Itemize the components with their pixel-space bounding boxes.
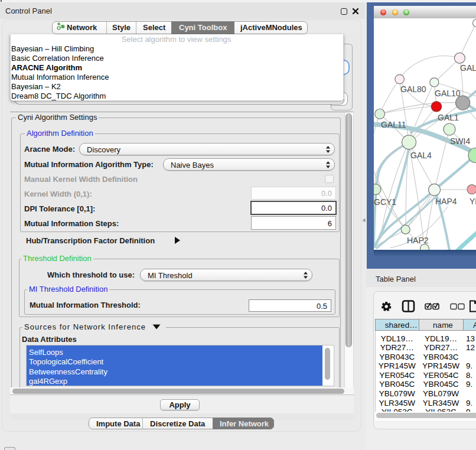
svg-text:SWI4: SWI4 (450, 136, 470, 146)
svg-text:GAL10: GAL10 (435, 89, 461, 98)
svg-text:YD: YD (470, 197, 476, 206)
svg-text:GAL2: GAL2 (460, 63, 476, 73)
svg-text:HAP4: HAP4 (435, 197, 457, 206)
svg-text:GAL1: GAL1 (438, 113, 459, 122)
svg-text:GAL4: GAL4 (410, 151, 432, 160)
svg-text:GAL11: GAL11 (381, 120, 406, 129)
svg-text:HAP2: HAP2 (407, 236, 429, 245)
svg-text:GAL80: GAL80 (400, 84, 426, 94)
svg-text:GCY1: GCY1 (374, 197, 396, 207)
